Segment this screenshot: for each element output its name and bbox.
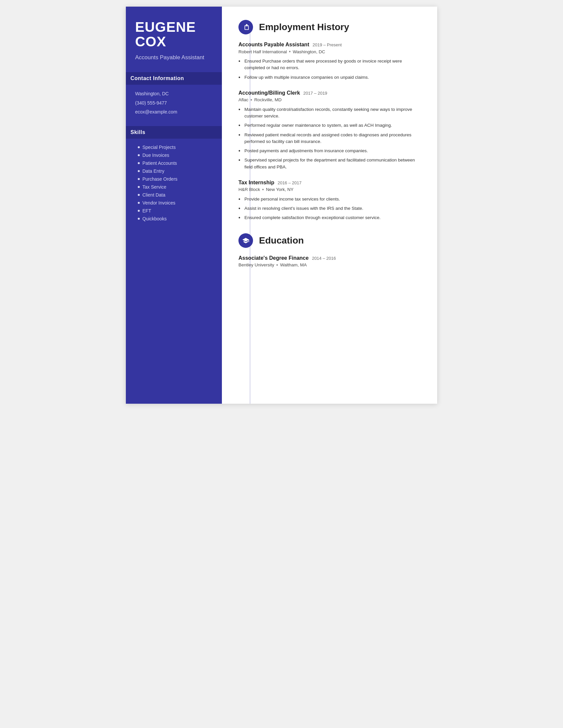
job-company-row: Aflac • Rockville, MD <box>238 97 423 103</box>
job-company: Robert Half International <box>238 49 287 54</box>
skill-item: Data Entry <box>135 168 212 174</box>
edu-location: Waltham, MA <box>280 262 307 267</box>
edu-school-row: Bentley University • Waltham, MA <box>238 262 423 268</box>
skills-section-header: Skills <box>126 126 222 139</box>
skill-label: EFT <box>142 208 151 213</box>
degree-item: Associate's Degree Finance 2014 – 2016 B… <box>238 255 423 268</box>
contact-phone: (340) 555-9477 <box>135 100 212 107</box>
job-bullet: Maintain quality control/satisfaction re… <box>238 106 423 120</box>
job-company-row: Robert Half International • Washington, … <box>238 49 423 55</box>
candidate-title: Accounts Payable Assistant <box>135 54 212 62</box>
edu-title: Associate's Degree Finance <box>238 255 309 261</box>
education-section: Education Associate's Degree Finance 201… <box>238 233 423 268</box>
job-bullet: Assist in resolving client's issues with… <box>238 205 423 212</box>
job-item: Tax Internship 2016 – 2017 H&R Block • N… <box>238 180 423 221</box>
contact-section-header: Contact Information <box>126 72 222 85</box>
skill-item: Quickbooks <box>135 216 212 221</box>
skill-label: Client Data <box>142 192 165 198</box>
skill-bullet <box>138 170 140 172</box>
skill-bullet <box>138 178 140 180</box>
skill-label: Vendor Invoices <box>142 200 175 205</box>
job-bullet: Ensured complete satisfaction through ex… <box>238 214 423 221</box>
job-bullet: Provide personal income tax services for… <box>238 196 423 203</box>
job-item: Accounts Payable Assistant 2019 – Presen… <box>238 42 423 81</box>
education-section-title: Education <box>259 235 304 246</box>
edu-title-row: Associate's Degree Finance 2014 – 2016 <box>238 255 423 261</box>
job-company: Aflac <box>238 97 248 102</box>
skill-item: Tax Service <box>135 184 212 190</box>
job-bullets-list: Provide personal income tax services for… <box>238 196 423 221</box>
separator: • <box>289 49 291 55</box>
contact-email: ecox@example.com <box>135 109 212 115</box>
job-dates: 2019 – Present <box>313 42 342 47</box>
job-location: Rockville, MD <box>254 97 282 102</box>
skill-item: Patient Accounts <box>135 160 212 166</box>
skill-item: Purchase Orders <box>135 176 212 182</box>
candidate-name: EUGENE COX <box>135 20 212 49</box>
skill-item: Special Projects <box>135 145 212 150</box>
skill-bullet <box>138 154 140 156</box>
job-bullets-list: Ensured Purchase orders that were proces… <box>238 58 423 81</box>
job-title-row: Accounting/Billing Clerk 2017 – 2019 <box>238 90 423 96</box>
skill-bullet <box>138 210 140 212</box>
edu-school: Bentley University <box>238 262 274 267</box>
skill-bullet <box>138 186 140 188</box>
job-company: H&R Block <box>238 187 260 192</box>
sidebar: EUGENE COX Accounts Payable Assistant Co… <box>126 7 222 404</box>
degrees-list: Associate's Degree Finance 2014 – 2016 B… <box>238 255 423 268</box>
job-location: Washington, DC <box>293 49 325 54</box>
job-title: Tax Internship <box>238 180 274 186</box>
job-bullet: Reviewed patient medical records and ass… <box>238 132 423 145</box>
skill-label: Purchase Orders <box>142 176 177 182</box>
jobs-list: Accounts Payable Assistant 2019 – Presen… <box>238 42 423 221</box>
edu-dates: 2014 – 2016 <box>312 256 336 261</box>
job-bullet: Supervised special projects for the depa… <box>238 157 423 170</box>
job-bullet: Posted payments and adjustments from ins… <box>238 148 423 154</box>
skills-list: Special ProjectsDue InvoicesPatient Acco… <box>135 145 212 221</box>
briefcase-icon <box>242 23 249 31</box>
main-content: Employment History Accounts Payable Assi… <box>222 7 437 404</box>
education-icon <box>238 233 253 248</box>
contact-city: Washington, DC <box>135 91 212 97</box>
skill-label: Data Entry <box>142 168 164 174</box>
skill-bullet <box>138 194 140 196</box>
skill-item: Client Data <box>135 192 212 198</box>
skill-item: EFT <box>135 208 212 213</box>
job-title-row: Accounts Payable Assistant 2019 – Presen… <box>238 42 423 48</box>
resume-container: EUGENE COX Accounts Payable Assistant Co… <box>126 7 437 404</box>
skill-item: Due Invoices <box>135 153 212 158</box>
employment-section-title: Employment History <box>259 22 349 32</box>
separator: • <box>262 187 264 193</box>
job-bullet: Ensured Purchase orders that were proces… <box>238 58 423 71</box>
skill-bullet <box>138 162 140 164</box>
job-item: Accounting/Billing Clerk 2017 – 2019 Afl… <box>238 90 423 170</box>
skill-label: Due Invoices <box>142 153 169 158</box>
job-bullet: Follow up with multiple insurance compan… <box>238 74 423 81</box>
skill-label: Quickbooks <box>142 216 166 221</box>
job-title: Accounting/Billing Clerk <box>238 90 300 96</box>
job-title: Accounts Payable Assistant <box>238 42 309 48</box>
education-header-row: Education <box>238 233 423 248</box>
skill-bullet <box>138 218 140 220</box>
skill-bullet <box>138 202 140 204</box>
job-bullet: Performed regular owner maintenance to s… <box>238 122 423 129</box>
job-location: New York, NY <box>266 187 294 192</box>
skill-label: Patient Accounts <box>142 160 177 166</box>
skill-label: Tax Service <box>142 184 166 190</box>
graduation-icon <box>242 237 249 244</box>
job-dates: 2017 – 2019 <box>304 91 327 96</box>
skill-label: Special Projects <box>142 145 175 150</box>
job-title-row: Tax Internship 2016 – 2017 <box>238 180 423 186</box>
job-dates: 2016 – 2017 <box>277 180 302 185</box>
separator: • <box>276 262 278 268</box>
employment-section: Employment History Accounts Payable Assi… <box>238 20 423 221</box>
employment-header-row: Employment History <box>238 20 423 34</box>
job-bullets-list: Maintain quality control/satisfaction re… <box>238 106 423 170</box>
skill-item: Vendor Invoices <box>135 200 212 205</box>
job-company-row: H&R Block • New York, NY <box>238 187 423 193</box>
employment-icon <box>238 20 253 34</box>
separator: • <box>250 97 252 103</box>
skill-bullet <box>138 146 140 148</box>
skills-section: Skills Special ProjectsDue InvoicesPatie… <box>135 126 212 224</box>
